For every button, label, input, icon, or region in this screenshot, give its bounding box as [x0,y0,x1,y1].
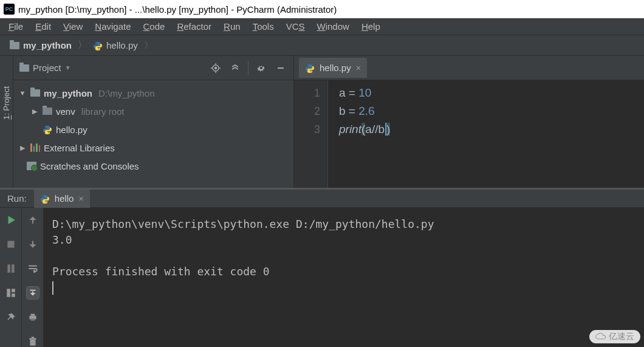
tree-venv-note: library root [81,106,125,117]
svg-rect-14 [30,314,35,315]
tree-external-libraries[interactable]: ▶ External Libraries [13,139,293,157]
python-file-icon [305,62,315,73]
editor-tab-label: hello.py [320,63,351,73]
breadcrumb-project[interactable]: my_python [6,40,75,50]
menu-code[interactable]: Code [137,19,171,34]
sidebar-tab-project[interactable]: 1: Project [0,56,13,188]
separator [248,61,248,75]
run-body: D:\my_python\venv\Scripts\python.exe D:/… [0,208,644,347]
editor-tab-hello[interactable]: hello.py × [299,58,367,78]
svg-rect-18 [31,337,34,338]
print-icon[interactable] [27,311,39,323]
expand-arrow-icon[interactable]: ▶ [30,108,39,115]
stop-icon[interactable] [5,238,17,250]
tree-root[interactable]: ▼ my_python D:\my_python [13,84,293,102]
expand-arrow-icon[interactable]: ▼ [18,89,27,97]
close-icon[interactable]: × [78,194,83,204]
python-file-icon [93,40,103,50]
sidebar-tab-label: 1: Project [2,86,11,120]
menu-refactor[interactable]: Refactor [171,19,218,34]
close-icon[interactable]: × [356,63,361,73]
menu-vcs[interactable]: VCS [280,19,311,34]
pin-icon[interactable] [5,311,17,323]
svg-rect-15 [30,318,35,320]
watermark: 亿速云 [589,330,640,343]
project-header: Project ▼ [13,56,293,80]
main-area: 1: Project Project ▼ [0,56,644,188]
tree-root-label: my_python [44,88,92,98]
svg-point-1 [215,67,217,69]
soft-wrap-icon[interactable] [27,263,39,275]
menu-file[interactable]: File [2,19,29,34]
menu-view[interactable]: View [57,19,89,34]
breadcrumb-file[interactable]: hello.py [89,40,142,50]
editor-gutter: 123 [294,80,328,188]
libraries-icon [30,143,40,152]
hide-icon[interactable] [274,61,287,75]
svg-rect-11 [12,289,15,292]
project-panel: Project ▼ ▼ my_python D:\my_ [13,56,294,188]
project-tree: ▼ my_python D:\my_python ▶ venv library … [13,80,293,179]
pause-icon[interactable] [5,263,17,275]
breadcrumb: my_python 〉 hello.py 〉 [0,35,644,56]
run-icon[interactable] [5,214,17,226]
run-label: Run: [0,193,34,204]
svg-rect-8 [7,264,10,273]
tree-venv-label: venv [56,106,75,117]
run-panel: Run: hello × [0,188,644,347]
python-file-icon [40,193,50,204]
menu-run[interactable]: Run [218,19,247,34]
chevron-right-icon: 〉 [144,40,153,51]
watermark-text: 亿速云 [609,331,634,342]
python-file-icon [43,124,52,135]
folder-special-icon [43,108,52,115]
title-bar: PC my_python [D:\my_python] - ...\hello.… [0,0,644,18]
code-area[interactable]: a = 10b = 2.6print(a//b) [328,80,644,188]
console-output[interactable]: D:\my_python\venv\Scripts\python.exe D:/… [44,208,644,347]
tree-scratches[interactable]: Scratches and Consoles [13,157,293,175]
editor-body[interactable]: 123 a = 10b = 2.6print(a//b) [294,80,644,188]
window-title: my_python [D:\my_python] - ...\hello.py … [18,4,337,15]
app-icon: PC [4,4,15,15]
trash-icon[interactable] [27,335,39,347]
run-header: Run: hello × [0,190,644,208]
svg-rect-9 [12,264,15,273]
down-arrow-icon[interactable] [27,238,39,250]
editor-tabs: hello.py × [294,56,644,80]
scroll-to-end-icon[interactable] [27,287,39,299]
expand-arrow-icon[interactable]: ▶ [18,144,27,152]
up-arrow-icon[interactable] [27,214,39,226]
svg-rect-7 [7,241,14,247]
scratches-icon [27,162,36,170]
folder-icon [19,64,29,72]
svg-rect-10 [7,289,10,297]
tree-venv[interactable]: ▶ venv library root [13,102,293,120]
run-tab[interactable]: hello × [34,190,90,208]
tree-scratches-label: Scratches and Consoles [40,161,139,171]
gear-icon[interactable] [255,61,268,75]
run-toolbar [0,208,44,347]
menu-edit[interactable]: Edit [29,19,57,34]
locate-icon[interactable] [209,61,222,75]
menu-window[interactable]: Window [311,19,355,34]
tree-file-label: hello.py [56,125,87,135]
editor: hello.py × 123 a = 10b = 2.6print(a//b) [294,56,644,188]
tree-external-label: External Libraries [44,143,115,153]
svg-rect-16 [30,340,35,346]
project-title-label: Project [33,63,61,73]
folder-icon [10,42,19,49]
tree-file-hello[interactable]: hello.py [13,120,293,139]
folder-icon [30,89,40,97]
chevron-right-icon: 〉 [78,40,87,51]
menu-navigate[interactable]: Navigate [89,19,137,34]
collapse-all-icon[interactable] [228,61,242,75]
run-tab-label: hello [55,193,74,204]
menu-tools[interactable]: Tools [247,19,280,34]
layout-icon[interactable] [5,287,17,299]
project-header-title[interactable]: Project ▼ [19,63,71,73]
menu-bar: FileEditViewNavigateCodeRefactorRunTools… [0,18,644,35]
menu-help[interactable]: Help [355,19,386,34]
breadcrumb-file-label: hello.py [106,40,138,50]
svg-rect-17 [29,338,36,339]
breadcrumb-project-label: my_python [23,40,72,50]
